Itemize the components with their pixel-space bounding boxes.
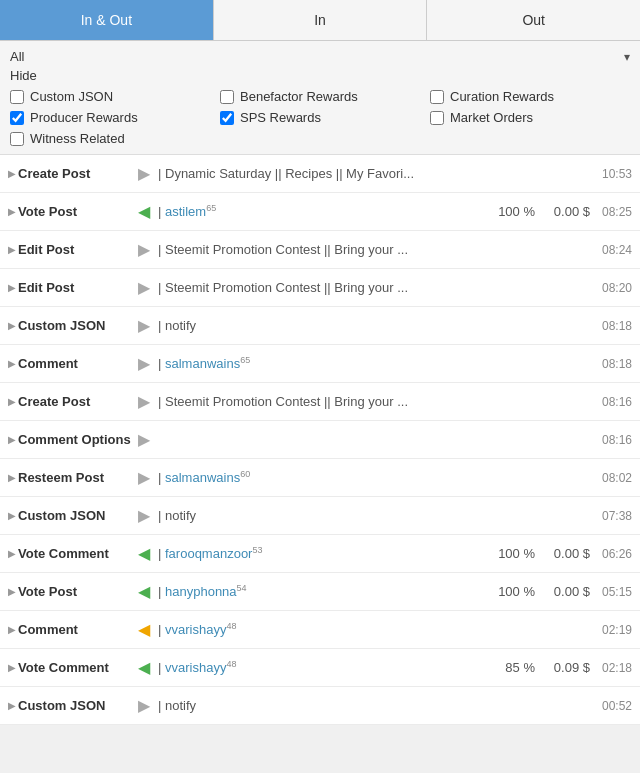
checkbox-label-2: Curation Rewards	[450, 89, 554, 104]
table-row[interactable]: ▶Comment◀| vvarishayy4802:19	[0, 611, 640, 649]
checkbox-item-producer-rewards[interactable]: Producer Rewards	[10, 110, 210, 125]
table-row[interactable]: ▶Vote Comment◀| farooqmanzoor53100 %0.00…	[0, 535, 640, 573]
tx-detail: | Steemit Promotion Contest || Bring you…	[158, 242, 590, 257]
tx-user-rep: 54	[237, 583, 247, 593]
checkbox-item-benefactor-rewards[interactable]: Benefactor Rewards	[220, 89, 420, 104]
checkbox-input-1[interactable]	[220, 90, 234, 104]
checkbox-input-2[interactable]	[430, 90, 444, 104]
table-row[interactable]: ▶Create Post▶| Steemit Promotion Contest…	[0, 383, 640, 421]
tx-amount: 0.00 $	[535, 584, 590, 599]
tx-user-link[interactable]: salmanwains	[165, 471, 240, 486]
filter-dropdown-value[interactable]: All	[10, 49, 624, 64]
tx-detail: | notify	[158, 508, 590, 523]
tx-user-link[interactable]: vvarishayy	[165, 661, 226, 676]
tx-detail: | astilem65	[158, 203, 480, 219]
tab-out[interactable]: Out	[427, 0, 640, 40]
table-row[interactable]: ▶Edit Post▶| Steemit Promotion Contest |…	[0, 269, 640, 307]
expand-arrow-icon[interactable]: ▶	[8, 548, 18, 559]
tx-user-rep: 48	[226, 621, 236, 631]
tx-amount: 0.09 $	[535, 660, 590, 675]
expand-arrow-icon[interactable]: ▶	[8, 206, 18, 217]
tx-detail: | Steemit Promotion Contest || Bring you…	[158, 280, 590, 295]
expand-arrow-icon[interactable]: ▶	[8, 624, 18, 635]
tx-type: Comment	[18, 622, 138, 637]
table-row[interactable]: ▶Vote Comment◀| vvarishayy4885 %0.09 $02…	[0, 649, 640, 687]
table-row[interactable]: ▶Vote Post◀| hanyphonna54100 %0.00 $05:1…	[0, 573, 640, 611]
tx-type: Vote Comment	[18, 546, 138, 561]
tx-time: 05:15	[590, 585, 632, 599]
tab-in-out[interactable]: In & Out	[0, 0, 214, 40]
right-arrow-icon: ▶	[138, 164, 158, 183]
table-row[interactable]: ▶Comment▶| salmanwains6508:18	[0, 345, 640, 383]
checkbox-label-5: Market Orders	[450, 110, 533, 125]
green-left-icon: ◀	[138, 582, 158, 601]
expand-arrow-icon[interactable]: ▶	[8, 510, 18, 521]
tx-user-link[interactable]: astilem	[165, 205, 206, 220]
tx-user-link[interactable]: vvarishayy	[165, 623, 226, 638]
checkbox-item-sps-rewards[interactable]: SPS Rewards	[220, 110, 420, 125]
checkbox-item-curation-rewards[interactable]: Curation Rewards	[430, 89, 630, 104]
tx-time: 08:24	[590, 243, 632, 257]
tx-time: 10:53	[590, 167, 632, 181]
expand-arrow-icon[interactable]: ▶	[8, 472, 18, 483]
table-row[interactable]: ▶Custom JSON▶| notify00:52	[0, 687, 640, 725]
tx-type: Create Post	[18, 394, 138, 409]
table-row[interactable]: ▶Create Post▶| Dynamic Saturday || Recip…	[0, 155, 640, 193]
tx-user-rep: 48	[226, 659, 236, 669]
checkbox-input-3[interactable]	[10, 111, 24, 125]
checkbox-label-6: Witness Related	[30, 131, 125, 146]
table-row[interactable]: ▶Custom JSON▶| notify08:18	[0, 307, 640, 345]
tx-type: Custom JSON	[18, 698, 138, 713]
tx-time: 02:19	[590, 623, 632, 637]
checkbox-item-market-orders[interactable]: Market Orders	[430, 110, 630, 125]
tx-type: Edit Post	[18, 242, 138, 257]
checkbox-item-custom-json[interactable]: Custom JSON	[10, 89, 210, 104]
tx-time: 06:26	[590, 547, 632, 561]
tab-bar: In & Out In Out	[0, 0, 640, 41]
expand-arrow-icon[interactable]: ▶	[8, 244, 18, 255]
expand-arrow-icon[interactable]: ▶	[8, 320, 18, 331]
checkbox-input-5[interactable]	[430, 111, 444, 125]
right-arrow-icon: ▶	[138, 468, 158, 487]
hide-label: Hide	[10, 68, 630, 83]
tx-user-link[interactable]: farooqmanzoor	[165, 547, 252, 562]
tx-time: 00:52	[590, 699, 632, 713]
tx-detail: | notify	[158, 318, 590, 333]
tx-user-link[interactable]: salmanwains	[165, 357, 240, 372]
table-row[interactable]: ▶Resteem Post▶| salmanwains6008:02	[0, 459, 640, 497]
checkbox-item-witness-related[interactable]: Witness Related	[10, 131, 210, 146]
tx-detail: | salmanwains60	[158, 469, 590, 485]
expand-arrow-icon[interactable]: ▶	[8, 434, 18, 445]
tx-amount: 0.00 $	[535, 204, 590, 219]
table-row[interactable]: ▶Custom JSON▶| notify07:38	[0, 497, 640, 535]
tx-user-link[interactable]: hanyphonna	[165, 585, 237, 600]
checkbox-input-6[interactable]	[10, 132, 24, 146]
expand-arrow-icon[interactable]: ▶	[8, 282, 18, 293]
expand-arrow-icon[interactable]: ▶	[8, 396, 18, 407]
expand-arrow-icon[interactable]: ▶	[8, 586, 18, 597]
expand-arrow-icon[interactable]: ▶	[8, 168, 18, 179]
tx-detail: | Dynamic Saturday || Recipes || My Favo…	[158, 166, 590, 181]
checkbox-input-0[interactable]	[10, 90, 24, 104]
tx-type: Comment Options	[18, 432, 138, 447]
expand-arrow-icon[interactable]: ▶	[8, 700, 18, 711]
transaction-list: ▶Create Post▶| Dynamic Saturday || Recip…	[0, 155, 640, 725]
right-arrow-icon: ▶	[138, 696, 158, 715]
checkbox-label-4: SPS Rewards	[240, 110, 321, 125]
checkbox-input-4[interactable]	[220, 111, 234, 125]
tx-time: 02:18	[590, 661, 632, 675]
tab-in[interactable]: In	[214, 0, 428, 40]
expand-arrow-icon[interactable]: ▶	[8, 662, 18, 673]
table-row[interactable]: ▶Comment Options▶08:16	[0, 421, 640, 459]
green-left-icon: ◀	[138, 544, 158, 563]
checkbox-label-0: Custom JSON	[30, 89, 113, 104]
table-row[interactable]: ▶Vote Post◀| astilem65100 %0.00 $08:25	[0, 193, 640, 231]
tx-type: Custom JSON	[18, 318, 138, 333]
tx-type: Edit Post	[18, 280, 138, 295]
table-row[interactable]: ▶Edit Post▶| Steemit Promotion Contest |…	[0, 231, 640, 269]
checkbox-label-3: Producer Rewards	[30, 110, 138, 125]
expand-arrow-icon[interactable]: ▶	[8, 358, 18, 369]
yellow-left-icon: ◀	[138, 620, 158, 639]
checkbox-label-1: Benefactor Rewards	[240, 89, 358, 104]
dropdown-arrow-icon[interactable]: ▾	[624, 50, 630, 64]
